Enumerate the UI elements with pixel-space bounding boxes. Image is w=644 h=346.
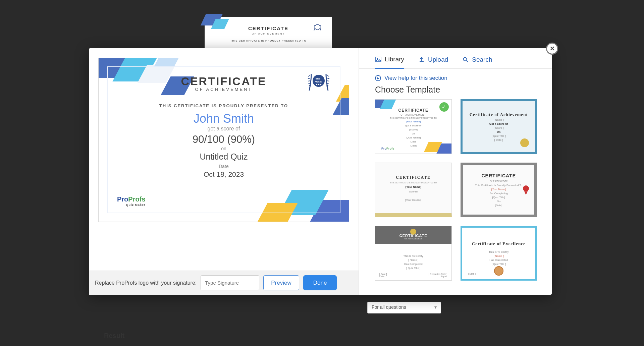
cert-recipient-name: John Smith [99,112,349,126]
upload-icon [418,56,425,63]
choose-template-heading: Choose Template [359,84,552,99]
svg-point-0 [315,24,320,30]
cert-title: CERTIFICATE [99,75,349,88]
play-icon: ▶ [375,75,381,81]
cert-quiz-name: Untitled Quiz [99,152,349,162]
signature-input[interactable] [201,275,259,290]
certificate-preview: BEST AWARD ★★★ CERTIFICATE OF ACHIEVEMEN… [98,58,349,222]
tab-library-label: Library [385,56,404,63]
tab-upload[interactable]: Upload [418,56,448,68]
proprofs-logo-small: ProProfs [381,147,394,150]
signature-label: Replace ProProfs logo with your signatur… [95,280,197,286]
certificate-preview-area: BEST AWARD ★★★ CERTIFICATE OF ACHIEVEMEN… [89,48,359,271]
done-button[interactable]: Done [303,275,337,290]
view-help-link[interactable]: ▶ View help for this section [359,69,552,84]
for-all-questions-dropdown[interactable]: For all questions [367,302,441,313]
medal-icon [410,229,416,235]
image-icon [375,56,382,63]
checkmark-icon: ✓ [439,102,449,112]
tab-upload-label: Upload [428,56,448,63]
svg-rect-5 [376,57,381,62]
template-option-6[interactable]: Certificate of Excellence This Is To Cer… [461,226,537,281]
cert-date: Oct 18, 2023 [99,170,349,178]
help-text: View help for this section [384,75,447,81]
template-grid: CERTIFICATE OF ACHIEVEMENT THIS CERTIFIC… [359,99,552,287]
proprofs-logo: ProProfs Quiz Maker [117,195,145,207]
template-option-5[interactable]: CERTIFICATE OF ACHIEVEMENT This Is To Ce… [375,226,452,281]
seal-icon [520,138,529,147]
close-icon: ✕ [550,45,555,52]
cert-date-label: Date [99,164,349,169]
cert-got-score-label: got a score of [99,126,349,132]
template-option-4[interactable]: CERTIFICATE of Excellence This Certifica… [461,163,537,217]
result-heading: Result [104,332,124,340]
template-option-2[interactable]: Certificate of Achievement [ Name ] Got … [461,99,537,154]
tab-library[interactable]: Library [375,56,404,69]
template-tabs: Library Upload Search [359,56,552,69]
cert-on-label: on [99,146,349,151]
modal-left-panel: BEST AWARD ★★★ CERTIFICATE OF ACHIEVEMEN… [89,48,359,295]
template-option-1[interactable]: CERTIFICATE OF ACHIEVEMENT THIS CERTIFIC… [375,99,452,154]
bottom-action-bar: Replace ProProfs logo with your signatur… [89,271,359,295]
cert-score: 90/100 (90%) [99,133,349,146]
tab-search[interactable]: Search [462,56,492,68]
certificate-template-modal: BEST AWARD ★★★ CERTIFICATE OF ACHIEVEMEN… [89,48,552,295]
template-option-3[interactable]: CERTIFICATE THIS CERTIFICATE IS PROUDLY … [375,163,452,217]
ribbon-icon [523,185,529,194]
preview-button[interactable]: Preview [263,275,299,290]
cert-subtitle: OF ACHIEVEMENT [99,87,349,92]
svg-point-7 [464,58,467,61]
laurel-badge-icon [312,22,323,34]
search-icon [462,56,469,63]
modal-right-panel: Library Upload Search ▶ View help for th… [359,48,552,295]
seal-icon [494,266,503,276]
cert-presented-to: THIS CERTIFICATE IS PROUDLY PRESENTED TO [99,103,349,108]
tab-search-label: Search [472,56,492,63]
close-button[interactable]: ✕ [546,43,558,55]
